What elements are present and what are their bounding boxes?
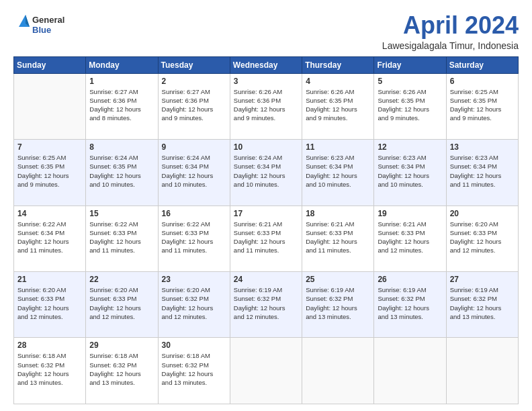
- header-monday: Monday: [86, 56, 158, 73]
- day-info: Sunrise: 6:19 AM Sunset: 6:32 PM Dayligh…: [378, 285, 442, 321]
- table-row: 20Sunrise: 6:20 AM Sunset: 6:33 PM Dayli…: [446, 205, 518, 271]
- svg-text:General: General: [32, 15, 64, 25]
- table-row: 10Sunrise: 6:24 AM Sunset: 6:34 PM Dayli…: [230, 140, 302, 205]
- day-number: 30: [162, 340, 226, 350]
- table-row: 4Sunrise: 6:26 AM Sunset: 6:35 PM Daylig…: [302, 73, 374, 139]
- day-number: 17: [234, 209, 298, 218]
- day-number: 25: [306, 275, 370, 284]
- day-number: 18: [306, 209, 370, 218]
- table-row: 17Sunrise: 6:21 AM Sunset: 6:33 PM Dayli…: [230, 205, 302, 271]
- day-info: Sunrise: 6:23 AM Sunset: 6:34 PM Dayligh…: [306, 153, 370, 189]
- day-number: 13: [450, 142, 515, 152]
- table-row: 15Sunrise: 6:22 AM Sunset: 6:33 PM Dayli…: [86, 205, 158, 271]
- calendar-week-row: 21Sunrise: 6:20 AM Sunset: 6:33 PM Dayli…: [14, 272, 519, 338]
- day-number: 22: [89, 275, 154, 284]
- day-info: Sunrise: 6:20 AM Sunset: 6:33 PM Dayligh…: [89, 285, 154, 321]
- day-number: 21: [17, 275, 82, 284]
- table-row: [446, 338, 518, 404]
- svg-text:Blue: Blue: [32, 25, 51, 35]
- day-info: Sunrise: 6:22 AM Sunset: 6:33 PM Dayligh…: [89, 220, 154, 255]
- table-row: 14Sunrise: 6:22 AM Sunset: 6:34 PM Dayli…: [14, 205, 86, 271]
- calendar: Sunday Monday Tuesday Wednesday Thursday…: [13, 56, 519, 404]
- table-row: 16Sunrise: 6:22 AM Sunset: 6:33 PM Dayli…: [158, 205, 230, 271]
- day-info: Sunrise: 6:19 AM Sunset: 6:32 PM Dayligh…: [234, 285, 298, 321]
- table-row: [374, 338, 446, 404]
- day-info: Sunrise: 6:23 AM Sunset: 6:34 PM Dayligh…: [378, 153, 442, 189]
- day-number: 1: [89, 77, 154, 86]
- table-row: 7Sunrise: 6:25 AM Sunset: 6:35 PM Daylig…: [14, 140, 86, 205]
- day-info: Sunrise: 6:18 AM Sunset: 6:32 PM Dayligh…: [162, 351, 226, 387]
- table-row: 21Sunrise: 6:20 AM Sunset: 6:33 PM Dayli…: [14, 272, 86, 338]
- day-info: Sunrise: 6:19 AM Sunset: 6:32 PM Dayligh…: [306, 285, 370, 321]
- table-row: 1Sunrise: 6:27 AM Sunset: 6:36 PM Daylig…: [86, 73, 158, 139]
- calendar-week-row: 14Sunrise: 6:22 AM Sunset: 6:34 PM Dayli…: [14, 205, 519, 271]
- day-info: Sunrise: 6:27 AM Sunset: 6:36 PM Dayligh…: [89, 87, 154, 123]
- day-number: 26: [378, 275, 442, 284]
- day-number: 29: [89, 340, 154, 350]
- day-number: 15: [89, 209, 154, 218]
- table-row: 5Sunrise: 6:26 AM Sunset: 6:35 PM Daylig…: [374, 73, 446, 139]
- table-row: 18Sunrise: 6:21 AM Sunset: 6:33 PM Dayli…: [302, 205, 374, 271]
- table-row: 25Sunrise: 6:19 AM Sunset: 6:32 PM Dayli…: [302, 272, 374, 338]
- table-row: [14, 73, 86, 139]
- day-number: 24: [234, 275, 298, 284]
- title-block: April 2024 Lawesigalagala Timur, Indones…: [382, 12, 519, 51]
- day-info: Sunrise: 6:26 AM Sunset: 6:35 PM Dayligh…: [378, 87, 442, 123]
- header: General Blue April 2024 Lawesigalagala T…: [13, 12, 519, 51]
- table-row: [230, 338, 302, 404]
- day-number: 11: [306, 142, 370, 152]
- header-friday: Friday: [374, 56, 446, 73]
- logo: General Blue: [13, 12, 74, 39]
- day-info: Sunrise: 6:26 AM Sunset: 6:35 PM Dayligh…: [306, 87, 370, 123]
- page: General Blue April 2024 Lawesigalagala T…: [0, 0, 532, 411]
- table-row: 26Sunrise: 6:19 AM Sunset: 6:32 PM Dayli…: [374, 272, 446, 338]
- day-info: Sunrise: 6:21 AM Sunset: 6:33 PM Dayligh…: [306, 220, 370, 255]
- header-sunday: Sunday: [14, 56, 86, 73]
- table-row: 8Sunrise: 6:24 AM Sunset: 6:35 PM Daylig…: [86, 140, 158, 205]
- subtitle: Lawesigalagala Timur, Indonesia: [382, 40, 519, 51]
- calendar-week-row: 28Sunrise: 6:18 AM Sunset: 6:32 PM Dayli…: [14, 338, 519, 404]
- table-row: 11Sunrise: 6:23 AM Sunset: 6:34 PM Dayli…: [302, 140, 374, 205]
- day-number: 8: [89, 142, 154, 152]
- day-info: Sunrise: 6:24 AM Sunset: 6:34 PM Dayligh…: [234, 153, 298, 189]
- table-row: 30Sunrise: 6:18 AM Sunset: 6:32 PM Dayli…: [158, 338, 230, 404]
- logo-svg: General Blue: [13, 12, 74, 39]
- day-info: Sunrise: 6:24 AM Sunset: 6:34 PM Dayligh…: [162, 153, 226, 189]
- day-number: 14: [17, 209, 82, 218]
- day-number: 5: [378, 77, 442, 86]
- calendar-week-row: 1Sunrise: 6:27 AM Sunset: 6:36 PM Daylig…: [14, 73, 519, 139]
- day-info: Sunrise: 6:21 AM Sunset: 6:33 PM Dayligh…: [378, 220, 442, 255]
- day-info: Sunrise: 6:20 AM Sunset: 6:33 PM Dayligh…: [17, 285, 82, 321]
- day-info: Sunrise: 6:18 AM Sunset: 6:32 PM Dayligh…: [17, 351, 82, 387]
- main-title: April 2024: [382, 12, 519, 39]
- day-number: 6: [450, 77, 515, 86]
- table-row: 12Sunrise: 6:23 AM Sunset: 6:34 PM Dayli…: [374, 140, 446, 205]
- day-number: 16: [162, 209, 226, 218]
- day-info: Sunrise: 6:23 AM Sunset: 6:34 PM Dayligh…: [450, 153, 515, 189]
- day-info: Sunrise: 6:21 AM Sunset: 6:33 PM Dayligh…: [234, 220, 298, 255]
- table-row: 6Sunrise: 6:25 AM Sunset: 6:35 PM Daylig…: [446, 73, 518, 139]
- day-number: 2: [162, 77, 226, 86]
- day-number: 12: [378, 142, 442, 152]
- day-info: Sunrise: 6:22 AM Sunset: 6:33 PM Dayligh…: [162, 220, 226, 255]
- header-saturday: Saturday: [446, 56, 518, 73]
- day-info: Sunrise: 6:18 AM Sunset: 6:32 PM Dayligh…: [89, 351, 154, 387]
- table-row: 24Sunrise: 6:19 AM Sunset: 6:32 PM Dayli…: [230, 272, 302, 338]
- table-row: 3Sunrise: 6:26 AM Sunset: 6:36 PM Daylig…: [230, 73, 302, 139]
- calendar-header-row: Sunday Monday Tuesday Wednesday Thursday…: [14, 56, 519, 73]
- table-row: 19Sunrise: 6:21 AM Sunset: 6:33 PM Dayli…: [374, 205, 446, 271]
- day-number: 28: [17, 340, 82, 350]
- day-info: Sunrise: 6:26 AM Sunset: 6:36 PM Dayligh…: [234, 87, 298, 123]
- day-number: 9: [162, 142, 226, 152]
- table-row: [302, 338, 374, 404]
- calendar-week-row: 7Sunrise: 6:25 AM Sunset: 6:35 PM Daylig…: [14, 140, 519, 205]
- day-info: Sunrise: 6:24 AM Sunset: 6:35 PM Dayligh…: [89, 153, 154, 189]
- day-info: Sunrise: 6:25 AM Sunset: 6:35 PM Dayligh…: [17, 153, 82, 189]
- day-info: Sunrise: 6:22 AM Sunset: 6:34 PM Dayligh…: [17, 220, 82, 255]
- day-info: Sunrise: 6:25 AM Sunset: 6:35 PM Dayligh…: [450, 87, 515, 123]
- day-number: 10: [234, 142, 298, 152]
- day-info: Sunrise: 6:20 AM Sunset: 6:33 PM Dayligh…: [450, 220, 515, 255]
- header-wednesday: Wednesday: [230, 56, 302, 73]
- day-number: 19: [378, 209, 442, 218]
- table-row: 2Sunrise: 6:27 AM Sunset: 6:36 PM Daylig…: [158, 73, 230, 139]
